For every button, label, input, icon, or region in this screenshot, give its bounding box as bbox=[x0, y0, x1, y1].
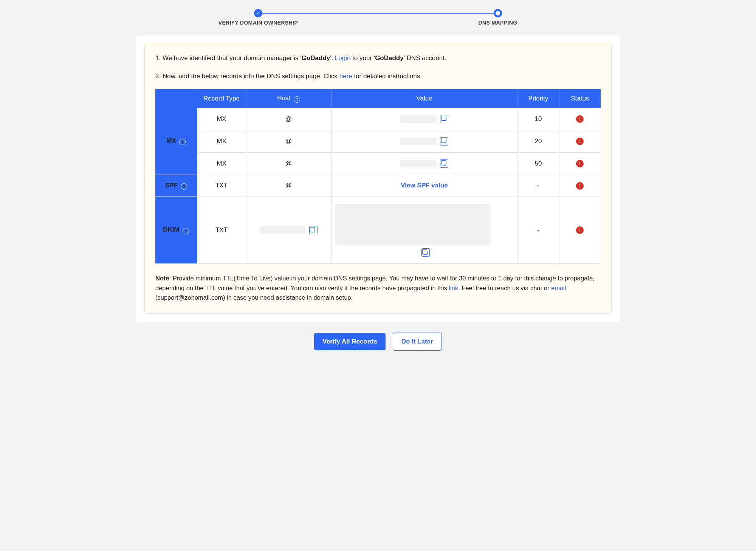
copy-button[interactable] bbox=[440, 137, 448, 145]
redacted-value bbox=[400, 160, 436, 167]
step-label-verify: VERIFY DOMAIN OWNERSHIP bbox=[218, 20, 298, 26]
cell-value bbox=[331, 130, 517, 152]
table-row: DKIM ? TXT - ! bbox=[155, 197, 601, 264]
note-body: (support@zohomail.com) in case you need … bbox=[155, 294, 353, 301]
error-icon: ! bbox=[576, 182, 584, 190]
copy-icon bbox=[442, 139, 446, 143]
help-icon[interactable]: ? bbox=[183, 228, 189, 234]
copy-button[interactable] bbox=[309, 226, 318, 234]
provider-name: GoDaddy bbox=[375, 54, 404, 62]
step-label-dns: DNS MAPPING bbox=[478, 20, 517, 26]
cell-record-type: MX bbox=[197, 152, 246, 175]
cell-priority: 10 bbox=[517, 108, 559, 130]
table-row: SPF ? TXT @ View SPF value - ! bbox=[155, 175, 601, 197]
cell-priority: 20 bbox=[517, 130, 559, 152]
cell-record-type: MX bbox=[197, 108, 246, 130]
copy-icon bbox=[442, 117, 446, 121]
group-mx-label: MX bbox=[166, 137, 176, 144]
info-text: '. bbox=[330, 54, 335, 62]
cell-value bbox=[331, 152, 517, 175]
stepper: ✓ VERIFY DOMAIN OWNERSHIP DNS MAPPING bbox=[136, 0, 620, 24]
header-status: Status bbox=[559, 89, 601, 108]
info-line-2: 2. Now, add the below records into the D… bbox=[155, 71, 601, 81]
copy-icon bbox=[423, 251, 428, 255]
cell-value bbox=[331, 108, 517, 130]
error-icon: ! bbox=[576, 160, 584, 167]
redacted-value bbox=[335, 204, 490, 245]
cell-status: ! bbox=[559, 130, 601, 152]
step-verify-ownership: ✓ VERIFY DOMAIN OWNERSHIP bbox=[254, 9, 262, 17]
copy-button[interactable] bbox=[421, 248, 430, 257]
cell-status: ! bbox=[559, 152, 601, 175]
step-dns-mapping: DNS MAPPING bbox=[494, 9, 502, 17]
cell-record-type: TXT bbox=[197, 175, 246, 197]
note-text: Note: Provide minimum TTL(Time To Live) … bbox=[155, 274, 601, 303]
copy-button[interactable] bbox=[440, 115, 448, 123]
cell-status: ! bbox=[559, 108, 601, 130]
group-mx: MX ? bbox=[155, 108, 197, 175]
header-priority: Priority bbox=[517, 89, 559, 108]
copy-icon bbox=[442, 161, 446, 166]
redacted-host bbox=[260, 226, 305, 234]
group-spf-label: SPF bbox=[165, 182, 177, 189]
header-host: Host ? bbox=[246, 89, 331, 108]
cell-status: ! bbox=[559, 175, 601, 197]
main-panel: 1. We have identified that your domain m… bbox=[136, 36, 620, 322]
info-text: ' DNS account. bbox=[404, 54, 446, 62]
copy-button[interactable] bbox=[440, 159, 448, 168]
cell-value: View SPF value bbox=[331, 175, 517, 197]
verify-all-button[interactable]: Verify All Records bbox=[314, 333, 386, 350]
group-dkim: DKIM ? bbox=[155, 197, 197, 264]
cell-host bbox=[246, 197, 331, 264]
table-row: MX ? MX @ 10 ! bbox=[155, 108, 601, 130]
provider-name: GoDaddy bbox=[302, 54, 330, 62]
propagation-link[interactable]: link bbox=[449, 285, 458, 291]
help-icon[interactable]: ? bbox=[294, 96, 300, 103]
do-it-later-button[interactable]: Do It Later bbox=[393, 333, 442, 351]
cell-record-type: MX bbox=[197, 130, 246, 152]
table-row: MX @ 20 ! bbox=[155, 130, 601, 152]
header-record-type: Record Type bbox=[197, 89, 246, 108]
header-host-text: Host bbox=[277, 94, 290, 102]
info-text: for detailed instructions. bbox=[352, 73, 422, 80]
cell-host: @ bbox=[246, 108, 331, 130]
group-spf: SPF ? bbox=[155, 175, 197, 197]
footer-bar: Verify All Records Do It Later bbox=[0, 322, 756, 362]
info-text: 1. We have identified that your domain m… bbox=[155, 54, 302, 62]
instructions-link[interactable]: here bbox=[339, 73, 352, 80]
info-text: 2. Now, add the below records into the D… bbox=[155, 73, 339, 80]
help-icon[interactable]: ? bbox=[181, 183, 187, 190]
cell-host: @ bbox=[246, 152, 331, 175]
group-dkim-label: DKIM bbox=[163, 226, 179, 233]
header-blank bbox=[155, 89, 197, 108]
login-link[interactable]: Login bbox=[335, 54, 351, 62]
info-text: to your ' bbox=[350, 54, 375, 62]
cell-host: @ bbox=[246, 130, 331, 152]
help-icon[interactable]: ? bbox=[179, 139, 186, 145]
cell-status: ! bbox=[559, 197, 601, 264]
cell-priority: - bbox=[517, 197, 559, 264]
cell-value bbox=[331, 197, 517, 264]
error-icon: ! bbox=[576, 138, 584, 145]
cell-record-type: TXT bbox=[197, 197, 246, 264]
error-icon: ! bbox=[576, 226, 584, 234]
info-line-1: 1. We have identified that your domain m… bbox=[155, 53, 601, 63]
copy-icon bbox=[311, 228, 315, 232]
dns-records-table: Record Type Host ? Value Priority Status… bbox=[155, 89, 601, 264]
redacted-value bbox=[400, 115, 436, 123]
table-header-row: Record Type Host ? Value Priority Status bbox=[155, 89, 601, 108]
email-link[interactable]: email bbox=[551, 285, 566, 291]
cell-host: @ bbox=[246, 175, 331, 197]
redacted-value bbox=[400, 138, 436, 145]
cell-priority: - bbox=[517, 175, 559, 197]
header-value: Value bbox=[331, 89, 517, 108]
view-spf-link[interactable]: View SPF value bbox=[401, 182, 448, 189]
error-icon: ! bbox=[576, 115, 584, 123]
note-body: . Feel free to reach us via chat or bbox=[458, 285, 551, 291]
note-label: Note bbox=[155, 275, 169, 282]
table-row: MX @ 50 ! bbox=[155, 152, 601, 175]
check-icon: ✓ bbox=[256, 11, 260, 15]
info-box: 1. We have identified that your domain m… bbox=[144, 44, 612, 314]
cell-priority: 50 bbox=[517, 152, 559, 175]
